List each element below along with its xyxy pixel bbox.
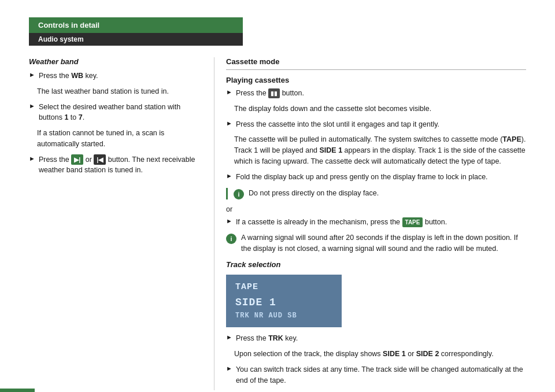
sub-header-title: Audio system xyxy=(38,35,84,43)
info-icon-1: i xyxy=(234,189,244,199)
bullet-arrow-1: ► xyxy=(29,71,35,78)
display-line-1: TAPE xyxy=(235,280,332,294)
page-container: Controls in detail Audio system Weather … xyxy=(0,17,555,392)
bullet-3: ► Press the ▶| or |◀ button. The next re… xyxy=(29,154,202,176)
info-box-1: i Do not press directly on the display f… xyxy=(234,188,526,199)
or-text: or xyxy=(226,205,526,213)
bullet-arrow-2: ► xyxy=(29,102,35,109)
indent-1: The last weather band station is tuned i… xyxy=(37,86,202,97)
trk-arrow-1: ► xyxy=(226,334,232,341)
info-icon-2: i xyxy=(226,234,236,244)
bullet-text-3: Press the ▶| or |◀ button. The next rece… xyxy=(39,154,202,176)
weather-band-title: Weather band xyxy=(29,57,202,66)
warning-box: i A warning signal will sound after 20 s… xyxy=(226,232,526,254)
cassette-text-2: Press the cassette into the slot until i… xyxy=(236,119,439,130)
display-line-3: TRK NR AUD SB xyxy=(235,310,332,321)
trk-bullet-1: ► Press the TRK key. xyxy=(226,333,526,344)
cassette-mode-title: Cassette mode xyxy=(226,57,526,70)
info-text-1: Do not press directly on the display fac… xyxy=(249,188,379,199)
cassette-indent-1: The display folds down and the cassette … xyxy=(234,103,526,114)
cassette-bullet-3: ► Fold the display back up and press gen… xyxy=(226,172,526,183)
cassette-arrow-1: ► xyxy=(226,88,232,95)
cassette-arrow-3: ► xyxy=(226,172,232,179)
info-block: i Do not press directly on the display f… xyxy=(226,188,526,199)
if-cassette-bullet: ► If a cassette is already in the mechan… xyxy=(226,217,526,228)
tape-button-icon: TAPE xyxy=(402,217,423,227)
if-cassette-text: If a cassette is already in the mechanis… xyxy=(236,217,447,228)
header-bar: Controls in detail xyxy=(29,17,243,33)
if-cassette-arrow: ► xyxy=(226,217,232,224)
trk-indent-1: Upon selection of the track, the display… xyxy=(234,349,526,360)
trk-text-1: Press the TRK key. xyxy=(236,333,298,344)
cassette-indent-2: The cassette will be pulled in automatic… xyxy=(234,134,526,167)
back-btn: |◀ xyxy=(94,154,106,165)
bullet-text-2: Select the desired weather band station … xyxy=(39,102,202,124)
bullet-2: ► Select the desired weather band statio… xyxy=(29,102,202,124)
trk-bullet-2: ► You can switch track sides at any time… xyxy=(226,364,526,386)
bullet-text-1: Press the WB key. xyxy=(39,71,98,82)
cassette-bullet-2: ► Press the cassette into the slot until… xyxy=(226,119,526,130)
forward-btn: ▶| xyxy=(71,154,83,165)
cassette-text-1: Press the ▮▮ button. xyxy=(236,88,304,99)
display-box: TAPE SIDE 1 TRK NR AUD SB xyxy=(226,275,342,328)
sub-header: Audio system xyxy=(29,33,243,46)
header-title: Controls in detail xyxy=(38,21,99,29)
cassette-text-3: Fold the display back up and press gentl… xyxy=(236,172,488,183)
indent-2: If a station cannot be tuned in, a scan … xyxy=(37,128,202,150)
bullet-arrow-3: ► xyxy=(29,155,35,162)
warning-text: A warning signal will sound after 20 sec… xyxy=(241,232,526,254)
playing-cassettes-title: Playing cassettes xyxy=(226,76,526,84)
eject-button-icon: ▮▮ xyxy=(268,88,280,98)
display-line-2: SIDE 1 xyxy=(235,294,332,311)
cassette-bullet-1: ► Press the ▮▮ button. xyxy=(226,88,526,99)
trk-text-2: You can switch track sides at any time. … xyxy=(236,364,526,386)
trk-arrow-2: ► xyxy=(226,365,232,372)
bullet-1: ► Press the WB key. xyxy=(29,71,202,82)
track-section-title: Track selection xyxy=(226,260,526,269)
split-section: ► If a cassette is already in the mechan… xyxy=(226,217,526,390)
page-number: 174 xyxy=(0,389,35,392)
right-column: Cassette mode Playing cassettes ► Press … xyxy=(214,57,526,390)
cassette-arrow-2: ► xyxy=(226,120,232,127)
main-content: Weather band ► Press the WB key. The las… xyxy=(29,57,538,390)
left-column: Weather band ► Press the WB key. The las… xyxy=(29,57,214,390)
split-right: ► If a cassette is already in the mechan… xyxy=(226,217,526,390)
